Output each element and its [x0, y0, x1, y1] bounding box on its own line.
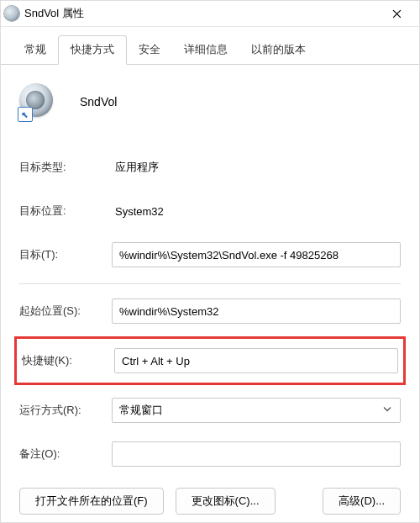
tab-shortcut[interactable]: 快捷方式: [58, 35, 127, 65]
window-title: SndVol 属性: [24, 6, 377, 21]
tab-bar: 常规 快捷方式 安全 详细信息 以前的版本: [1, 27, 419, 65]
row-shortcut-key: 快捷键(K):: [22, 346, 398, 376]
run-select[interactable]: [112, 398, 401, 423]
app-header: SndVol: [19, 83, 401, 120]
properties-window: SndVol 属性 常规 快捷方式 安全 详细信息 以前的版本 SndVol 目…: [0, 0, 420, 523]
value-target-location: System32: [112, 205, 401, 218]
row-start-in: 起始位置(S):: [19, 289, 401, 333]
tab-general[interactable]: 常规: [13, 36, 58, 64]
app-icon-small: [4, 6, 19, 21]
app-icon: [19, 83, 56, 120]
value-target-type: 应用程序: [112, 160, 401, 175]
tab-details[interactable]: 详细信息: [172, 36, 239, 64]
tab-previous-versions[interactable]: 以前的版本: [239, 36, 318, 64]
button-row: 打开文件所在的位置(F) 更改图标(C)... 高级(D)...: [19, 476, 401, 515]
row-target-location: 目标位置: System32: [19, 189, 401, 233]
close-button[interactable]: [377, 1, 416, 26]
label-target-type: 目标类型:: [19, 160, 112, 175]
label-comment: 备注(O):: [19, 446, 112, 462]
shortcut-key-highlight: 快捷键(K):: [14, 336, 406, 385]
row-target: 目标(T):: [19, 233, 401, 277]
open-file-location-button[interactable]: 打开文件所在的位置(F): [19, 488, 164, 515]
app-name: SndVol: [80, 95, 117, 108]
change-icon-button[interactable]: 更改图标(C)...: [176, 488, 276, 515]
label-start-in: 起始位置(S):: [19, 304, 112, 319]
start-in-input[interactable]: [112, 298, 401, 324]
tab-security[interactable]: 安全: [127, 36, 172, 64]
label-target-location: 目标位置:: [19, 203, 112, 219]
close-icon: [392, 9, 402, 18]
label-shortcut-key: 快捷键(K):: [22, 353, 114, 368]
row-comment: 备注(O):: [19, 432, 401, 476]
label-target: 目标(T):: [19, 247, 112, 262]
target-input[interactable]: [112, 242, 401, 267]
shortcut-panel: SndVol 目标类型: 应用程序 目标位置: System32 目标(T): …: [1, 65, 419, 523]
row-run: 运行方式(R):: [19, 388, 401, 432]
comment-input[interactable]: [112, 441, 401, 467]
shortcut-key-input[interactable]: [114, 348, 398, 373]
titlebar: SndVol 属性: [1, 1, 419, 27]
label-run: 运行方式(R):: [19, 403, 112, 418]
shortcut-overlay-icon: [18, 107, 33, 122]
row-target-type: 目标类型: 应用程序: [19, 145, 401, 189]
advanced-button[interactable]: 高级(D)...: [323, 488, 401, 515]
divider: [19, 283, 401, 284]
